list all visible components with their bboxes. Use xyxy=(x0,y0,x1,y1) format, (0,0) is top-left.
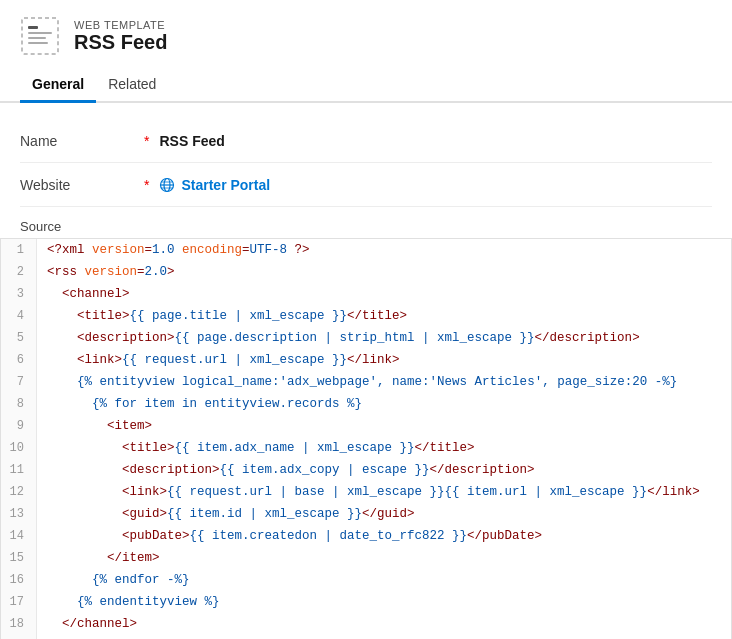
website-required: * xyxy=(144,177,149,193)
code-line-18: 18 </channel> xyxy=(1,613,731,635)
code-line-14: 14 <pubDate>{{ item.createdon | date_to_… xyxy=(1,525,731,547)
code-line-1: 1 <?xml version=1.0 encoding=UTF-8 ?> xyxy=(1,239,731,261)
name-label: Name xyxy=(20,133,140,149)
source-code-block: 1 <?xml version=1.0 encoding=UTF-8 ?> 2 … xyxy=(0,238,732,639)
svg-rect-2 xyxy=(28,32,52,34)
tab-bar: General Related xyxy=(0,68,732,103)
code-line-8: 8 {% for item in entityview.records %} xyxy=(1,393,731,415)
website-label: Website xyxy=(20,177,140,193)
name-required: * xyxy=(144,133,149,149)
website-value: Starter Portal xyxy=(181,177,270,193)
code-line-3: 3 <channel> xyxy=(1,283,731,305)
code-line-5: 5 <description>{{ page.description | str… xyxy=(1,327,731,349)
source-label: Source xyxy=(0,207,732,238)
code-line-6: 6 <link>{{ request.url | xml_escape }}</… xyxy=(1,349,731,371)
header-subtitle: WEB TEMPLATE xyxy=(74,19,167,31)
website-link[interactable]: Starter Portal xyxy=(159,177,270,193)
name-value: RSS Feed xyxy=(159,133,224,149)
name-row: Name * RSS Feed xyxy=(20,119,712,163)
code-line-16: 16 {% endfor -%} xyxy=(1,569,731,591)
tab-general[interactable]: General xyxy=(20,68,96,103)
code-line-2: 2 <rss version=2.0> xyxy=(1,261,731,283)
svg-rect-3 xyxy=(28,37,46,39)
web-template-icon xyxy=(20,16,60,56)
website-row: Website * Starter Portal xyxy=(20,163,712,207)
svg-rect-1 xyxy=(28,26,38,29)
code-line-15: 15 </item> xyxy=(1,547,731,569)
code-line-7: 7 {% entityview logical_name:'adx_webpag… xyxy=(1,371,731,393)
code-line-9: 9 <item> xyxy=(1,415,731,437)
code-line-4: 4 <title>{{ page.title | xml_escape }}</… xyxy=(1,305,731,327)
header-text-block: WEB TEMPLATE RSS Feed xyxy=(74,19,167,54)
code-line-11: 11 <description>{{ item.adx_copy | escap… xyxy=(1,459,731,481)
code-line-17: 17 {% endentityview %} xyxy=(1,591,731,613)
svg-rect-0 xyxy=(22,18,58,54)
code-line-10: 10 <title>{{ item.adx_name | xml_escape … xyxy=(1,437,731,459)
code-line-12: 12 <link>{{ request.url | base | xml_esc… xyxy=(1,481,731,503)
svg-rect-4 xyxy=(28,42,48,44)
form-section: Name * RSS Feed Website * Starter Portal xyxy=(0,103,732,207)
tab-related[interactable]: Related xyxy=(96,68,168,103)
header-title: RSS Feed xyxy=(74,31,167,54)
code-line-19: 19 </rss> xyxy=(1,635,731,639)
code-line-13: 13 <guid>{{ item.id | xml_escape }}</gui… xyxy=(1,503,731,525)
page-header: WEB TEMPLATE RSS Feed xyxy=(0,0,732,68)
globe-icon xyxy=(159,177,175,193)
